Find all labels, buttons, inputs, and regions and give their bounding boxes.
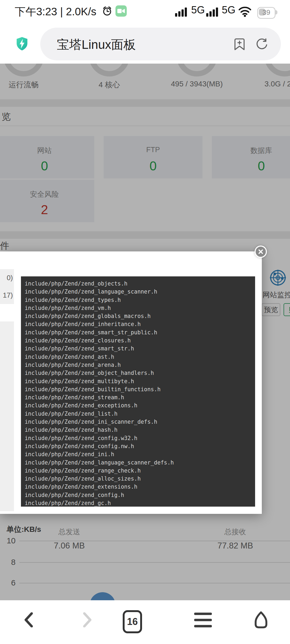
terminal-line: include/php/Zend/zend_ast.h (25, 353, 255, 361)
terminal-line: include/php/Zend/zend_extensions.h (25, 483, 255, 491)
terminal-line: include/php/Zend/zend_smart_str_public.h (25, 328, 255, 336)
video-camera-icon (115, 5, 127, 17)
signal-bars-sim1 (175, 7, 189, 17)
dialog-sidebar: 0) 17) (0, 269, 14, 511)
terminal-line: include/php/Zend/zend_hash.h (25, 426, 255, 434)
signal-bars-sim2 (206, 7, 220, 17)
terminal-line: include/php/Zend/zend_language_scanner_d… (25, 459, 255, 467)
sidebar-item-partial[interactable]: 17) (0, 287, 14, 304)
terminal-line: include/php/Zend/zend_inheritance.h (25, 320, 255, 328)
terminal-line: include/php/Zend/zend_list.h (25, 410, 255, 418)
alarm-clock-icon (102, 6, 112, 16)
browser-nav-bar: 16 (0, 600, 290, 644)
address-bar-title[interactable]: 宝塔Linux面板 (57, 36, 136, 53)
terminal-line: include/php/Zend/zend_config.h (25, 491, 255, 499)
terminal-line: include/php/Zend/zend_types.h (25, 296, 255, 304)
terminal-line: include/php/Zend/zend_gc.h (25, 499, 255, 507)
network-type-sim2: 5G (222, 4, 235, 16)
bookmark-add-icon[interactable] (233, 38, 246, 51)
terminal-line: include/php/Zend/zend_vm.h (25, 304, 255, 312)
terminal-line: include/php/Zend/zend_arena.h (25, 361, 255, 369)
terminal-line: include/php/Zend/zend_stream.h (25, 393, 255, 401)
terminal-line: include/php/Zend/zend_objects.h (25, 280, 255, 288)
terminal-line: include/php/Zend/zend_multibyte.h (25, 377, 255, 385)
browser-chrome: 下午3:23 | 2.0K/s 5G 5G (0, 0, 290, 64)
terminal-line: include/php/Zend/zend_language_scanner.h (25, 288, 255, 296)
terminal-line: include/php/Zend/zend_globals_macros.h (25, 312, 255, 320)
back-button[interactable] (0, 600, 58, 644)
address-bar[interactable]: 宝塔Linux面板 (40, 28, 281, 60)
tab-count-badge[interactable]: 16 (123, 610, 142, 633)
refresh-icon[interactable] (256, 38, 269, 51)
terminal-line: include/php/Zend/zend_config.nw.h (25, 442, 255, 450)
terminal-line: include/php/Zend/zend_ini.h (25, 450, 255, 458)
forward-button[interactable] (58, 600, 116, 644)
wifi-icon (238, 5, 252, 17)
terminal-line: include/php/Zend/zend_config.w32.h (25, 434, 255, 442)
terminal-line: include/php/Zend/zend_closures.h (25, 336, 255, 345)
site-shield-icon[interactable] (15, 36, 29, 51)
battery-nub (276, 10, 277, 14)
network-type-sim1: 5G (191, 4, 205, 16)
terminal-line: include/php/Zend/zend_smart_str.h (25, 345, 255, 353)
terminal-line: include/php/Zend/zend_exceptions.h (25, 401, 255, 409)
tabs-button[interactable]: 16 (116, 600, 174, 644)
terminal-line: include/php/Zend/zend_builtin_functions.… (25, 385, 255, 393)
menu-button[interactable] (174, 600, 232, 644)
battery-indicator: 39 (257, 7, 276, 19)
close-icon[interactable] (255, 246, 267, 258)
sidebar-item-partial[interactable]: 0) (0, 269, 14, 287)
install-log-terminal[interactable]: include/php/Zend/zend_objects.hinclude/p… (21, 276, 255, 507)
battery-percent: 39 (258, 8, 275, 17)
terminal-line: include/php/Zend/zend_object_handlers.h (25, 369, 255, 377)
home-button[interactable] (232, 600, 290, 644)
terminal-line: include/php/Zend/zend_ini_scanner_defs.h (25, 418, 255, 426)
phone-screen: 下午3:23 | 2.0K/s 5G 5G (0, 0, 290, 644)
terminal-line: include/php/Zend/zend_range_check.h (25, 467, 255, 475)
terminal-line: include/php/Zend/zend_alloc_sizes.h (25, 475, 255, 483)
file-list-dialog: 0) 17) include/php/Zend/zend_objects.hin… (0, 251, 262, 514)
sidebar-item-selected[interactable] (0, 304, 14, 321)
status-time-and-speed: 下午3:23 | 2.0K/s (15, 4, 96, 19)
